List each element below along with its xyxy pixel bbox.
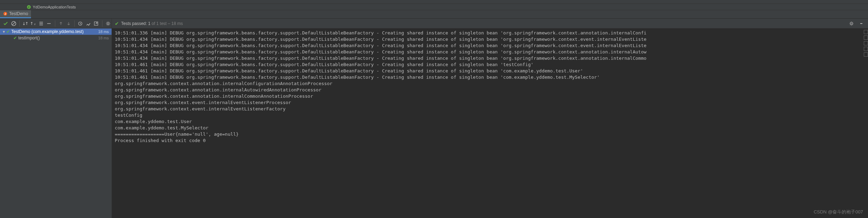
console-line: ==================User{name='null', age=… bbox=[115, 131, 865, 137]
status-text: Tests passed: 1 of 1 test – 18 ms bbox=[121, 21, 183, 26]
chevron-down-icon[interactable]: ▾ bbox=[3, 29, 6, 34]
toolbar-separator bbox=[55, 20, 55, 27]
console-line: org.springframework.context.event.intern… bbox=[115, 100, 865, 106]
console-line: org.springframework.context.annotation.i… bbox=[115, 81, 865, 87]
editor-breadcrumb: C YdDemoApplicationTests bbox=[0, 4, 868, 10]
console-line: com.example.yddemo.test.MySelector bbox=[115, 125, 865, 131]
test-toolbar: z ✔ Tests passed: 1 of 1 test – 18 ms bbox=[0, 19, 868, 28]
status-check-icon: ✔ bbox=[115, 21, 119, 26]
console-line: org.springframework.context.annotation.i… bbox=[115, 93, 865, 100]
svg-text:J: J bbox=[5, 13, 6, 15]
svg-point-9 bbox=[107, 23, 109, 24]
run-tab-bar: J TestDemo bbox=[0, 10, 868, 19]
console-line: 10:51:01.434 [main] DEBUG org.springfram… bbox=[115, 43, 865, 49]
show-passed-button[interactable] bbox=[2, 20, 9, 27]
tab-testdemo[interactable]: J TestDemo bbox=[0, 10, 31, 18]
test-toolbar-left: z bbox=[0, 19, 112, 28]
java-test-icon: J bbox=[3, 11, 8, 16]
main-area: ▾✔TestDemo (com.example.yddemo.test)18 m… bbox=[0, 28, 868, 218]
test-status-bar: ✔ Tests passed: 1 of 1 test – 18 ms bbox=[112, 21, 848, 26]
svg-point-10 bbox=[851, 23, 853, 24]
svg-rect-11 bbox=[860, 23, 862, 24]
tree-time: 18 ms bbox=[98, 30, 109, 34]
console-line: 10:51:01.461 [main] DEBUG org.springfram… bbox=[115, 68, 865, 74]
next-failed-button[interactable] bbox=[65, 20, 72, 27]
open-in-button[interactable] bbox=[93, 20, 100, 27]
test-passed-icon: ✔ bbox=[13, 36, 17, 40]
console-line: 10:51:01.434 [main] DEBUG org.springfram… bbox=[115, 55, 865, 62]
console-output[interactable]: 10:51:01.336 [main] DEBUG org.springfram… bbox=[112, 28, 868, 218]
tool-window-settings-button[interactable] bbox=[848, 20, 855, 27]
class-icon: C bbox=[26, 5, 31, 9]
status-suffix: of 1 test – 18 ms bbox=[150, 21, 183, 26]
hide-tool-window-button[interactable] bbox=[857, 20, 865, 27]
svg-line-5 bbox=[12, 22, 15, 25]
console-line: org.springframework.context.annotation.i… bbox=[115, 87, 865, 93]
tab-label: TestDemo bbox=[9, 11, 28, 16]
gutter-nav-button[interactable] bbox=[864, 36, 868, 40]
prev-failed-button[interactable] bbox=[57, 20, 64, 27]
tree-label: TestDemo (com.example.yddemo.test) bbox=[11, 29, 98, 34]
console-gutter bbox=[863, 28, 868, 71]
sort-alpha-button[interactable]: z bbox=[30, 20, 37, 27]
svg-text:C: C bbox=[28, 5, 30, 8]
svg-text:z: z bbox=[34, 23, 36, 26]
show-ignored-button[interactable] bbox=[10, 20, 17, 27]
tree-row[interactable]: ✔testImport()18 ms bbox=[0, 35, 112, 41]
status-prefix: Tests passed: bbox=[121, 21, 148, 26]
toolbar-far-right bbox=[848, 20, 868, 27]
toolbar-separator bbox=[102, 20, 102, 27]
import-tests-button[interactable] bbox=[77, 20, 84, 27]
console-line: 10:51:01.434 [main] DEBUG org.springfram… bbox=[115, 36, 865, 43]
test-settings-button[interactable] bbox=[105, 20, 112, 27]
gutter-scroll-button[interactable] bbox=[864, 47, 868, 51]
console-line: com.example.yddemo.test.User bbox=[115, 118, 865, 125]
tree-row[interactable]: ▾✔TestDemo (com.example.yddemo.test)18 m… bbox=[0, 28, 112, 35]
console-line: 10:51:01.461 [main] DEBUG org.springfram… bbox=[115, 74, 865, 81]
gutter-print-button[interactable] bbox=[864, 52, 868, 57]
toolbar-separator bbox=[74, 20, 75, 27]
sort-button[interactable] bbox=[22, 20, 29, 27]
collapse-all-button[interactable] bbox=[45, 20, 52, 27]
console-line: 10:51:01.461 [main] DEBUG org.springfram… bbox=[115, 62, 865, 68]
expand-all-button[interactable] bbox=[38, 20, 45, 27]
test-tree[interactable]: ▾✔TestDemo (com.example.yddemo.test)18 m… bbox=[0, 28, 112, 218]
console-line: org.springframework.context.event.intern… bbox=[115, 106, 865, 112]
editor-top-strip bbox=[0, 0, 868, 4]
gutter-nav-button[interactable] bbox=[864, 30, 868, 34]
tree-label: testImport() bbox=[18, 36, 98, 40]
console-line: testConfig bbox=[115, 112, 865, 118]
console-line: 10:51:01.434 [main] DEBUG org.springfram… bbox=[115, 49, 865, 55]
tree-time: 18 ms bbox=[98, 36, 109, 40]
breadcrumb-label[interactable]: YdDemoApplicationTests bbox=[33, 5, 76, 9]
watermark: CSDN @奋斗的袍子007 bbox=[814, 209, 863, 215]
gutter-soft-wrap-button[interactable] bbox=[864, 41, 868, 45]
test-passed-icon: ✔ bbox=[6, 29, 10, 34]
export-results-button[interactable] bbox=[85, 20, 92, 27]
console-line: 10:51:01.336 [main] DEBUG org.springfram… bbox=[115, 30, 865, 36]
toolbar-separator bbox=[19, 20, 20, 27]
console-line: Process finished with exit code 0 bbox=[115, 137, 865, 144]
